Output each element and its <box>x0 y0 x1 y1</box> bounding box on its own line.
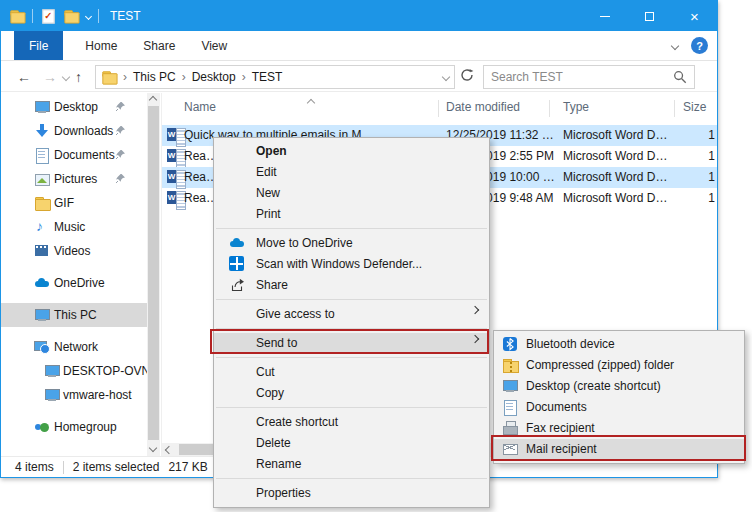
sidebar-item-network[interactable]: Network <box>1 335 147 359</box>
menu-item-give-access-to[interactable]: Give access to <box>214 304 489 325</box>
column-header-date-modified[interactable]: Date modified <box>446 100 520 114</box>
scroll-left-icon[interactable] <box>165 446 173 454</box>
sidebar-item-gif[interactable]: GIF <box>1 191 147 215</box>
search-box[interactable] <box>483 65 695 89</box>
column-header-type[interactable]: Type <box>563 100 589 114</box>
submenu-item-desktop-create-shortcut[interactable]: Desktop (create shortcut) <box>494 376 744 397</box>
sidebar-item-this-pc[interactable]: This PC <box>1 303 147 327</box>
refresh-icon <box>460 68 474 82</box>
scroll-up-icon[interactable] <box>149 96 157 104</box>
menu-item-cut[interactable]: Cut <box>214 362 489 383</box>
qat-customize-chevron-icon[interactable] <box>85 12 92 19</box>
menu-separator <box>216 407 487 408</box>
column-header-name[interactable]: Name <box>184 100 216 114</box>
submenu-item-bluetooth-device[interactable]: Bluetooth device <box>494 334 744 355</box>
caption-buttons: × <box>582 1 717 31</box>
submenu-item-mail-recipient[interactable]: Mail recipient <box>494 439 744 460</box>
word-document-icon <box>167 148 183 164</box>
mail-envelope-icon <box>502 441 518 457</box>
breadcrumb-this-pc[interactable]: This PC <box>133 70 176 84</box>
menu-item-print[interactable]: Print <box>214 204 489 225</box>
desktop-icon <box>34 99 50 115</box>
menu-item-new[interactable]: New <box>214 183 489 204</box>
fax-icon <box>502 420 518 436</box>
defender-icon <box>229 256 244 271</box>
sidebar-item-onedrive[interactable]: OneDrive <box>1 271 147 295</box>
window-title: TEST <box>110 9 141 23</box>
column-divider[interactable] <box>438 100 439 117</box>
sidebar-item-vmware-host[interactable]: vmware-host <box>1 383 147 407</box>
sidebar-item-homegroup[interactable]: Homegroup <box>1 415 147 439</box>
scrollbar-thumb[interactable] <box>148 106 159 440</box>
sidebar-gap <box>1 327 147 335</box>
qat-properties-icon[interactable] <box>40 8 55 23</box>
menu-item-move-to-onedrive[interactable]: Move to OneDrive <box>214 233 489 254</box>
sidebar-item-documents[interactable]: Documents <box>1 143 147 167</box>
sidebar-item-desktop-ovnr[interactable]: DESKTOP-OVNR <box>1 359 147 383</box>
menu-item-rename[interactable]: Rename <box>214 454 489 475</box>
minimize-button[interactable] <box>582 1 627 31</box>
breadcrumb-test[interactable]: TEST <box>252 70 283 84</box>
menu-item-send-to[interactable]: Send to <box>214 333 489 354</box>
menu-separator <box>216 478 487 479</box>
maximize-button[interactable] <box>627 1 672 31</box>
refresh-button[interactable] <box>460 68 474 85</box>
folder-icon <box>34 195 50 211</box>
menu-item-copy[interactable]: Copy <box>214 383 489 404</box>
menu-item-create-shortcut[interactable]: Create shortcut <box>214 412 489 433</box>
column-headers: Name Date modified Type Size <box>162 93 717 120</box>
qat-new-folder-icon[interactable] <box>63 8 78 23</box>
address-dropdown-chevron-icon[interactable] <box>442 72 450 80</box>
tab-home[interactable]: Home <box>72 31 130 60</box>
tab-share[interactable]: Share <box>130 31 188 60</box>
menu-item-scan-with-windows-defender[interactable]: Scan with Windows Defender... <box>214 254 489 275</box>
search-icon[interactable] <box>673 70 687 84</box>
up-button[interactable]: ↑ <box>75 69 82 85</box>
document-page-icon <box>502 399 518 415</box>
sidebar-item-pictures[interactable]: Pictures <box>1 167 147 191</box>
forward-button[interactable]: → <box>43 69 57 85</box>
ribbon-tab-bar: File Home Share View ? <box>1 31 717 61</box>
column-header-size[interactable]: Size <box>683 100 706 114</box>
expand-ribbon-chevron-icon[interactable] <box>671 41 679 49</box>
back-button[interactable]: ← <box>17 69 31 85</box>
tab-view[interactable]: View <box>188 31 240 60</box>
column-divider[interactable] <box>674 100 675 117</box>
sidebar-gap <box>1 263 147 271</box>
scroll-down-icon[interactable] <box>149 444 157 452</box>
menu-item-edit[interactable]: Edit <box>214 162 489 183</box>
sidebar-item-music[interactable]: Music <box>1 215 147 239</box>
submenu-arrow-icon <box>471 335 479 343</box>
column-divider[interactable] <box>549 100 550 117</box>
submenu-item-documents[interactable]: Documents <box>494 397 744 418</box>
sidebar-item-downloads[interactable]: Downloads <box>1 119 147 143</box>
document-page-icon <box>34 147 50 163</box>
navigation-pane: Desktop Downloads Documents Pictures GIF <box>1 93 147 456</box>
menu-item-properties[interactable]: Properties <box>214 483 489 504</box>
breadcrumb-desktop[interactable]: Desktop <box>192 70 236 84</box>
menu-item-open[interactable]: Open <box>214 141 489 162</box>
share-icon <box>229 277 245 293</box>
close-button[interactable]: × <box>672 1 717 31</box>
submenu-item-compressed-zipped-folder[interactable]: Compressed (zipped) folder <box>494 355 744 376</box>
help-icon[interactable]: ? <box>691 37 708 54</box>
word-document-icon <box>167 190 183 206</box>
desktop-icon <box>502 378 518 394</box>
onedrive-cloud-icon <box>34 275 50 291</box>
address-bar[interactable]: › This PC › Desktop › TEST <box>95 65 455 89</box>
menu-separator <box>216 228 487 229</box>
word-document-icon <box>167 127 183 143</box>
menu-item-share[interactable]: Share <box>214 275 489 296</box>
word-document-icon <box>167 169 183 185</box>
network-icon <box>34 339 50 355</box>
sidebar-scrollbar[interactable] <box>147 93 160 456</box>
menu-item-delete[interactable]: Delete <box>214 433 489 454</box>
search-input[interactable] <box>491 70 673 84</box>
recent-locations-chevron-icon[interactable] <box>62 72 70 80</box>
submenu-item-fax-recipient[interactable]: Fax recipient <box>494 418 744 439</box>
tab-file[interactable]: File <box>14 31 63 60</box>
sidebar-item-desktop[interactable]: Desktop <box>1 95 147 119</box>
sidebar-item-videos[interactable]: Videos <box>1 239 147 263</box>
pin-icon <box>115 101 126 112</box>
film-icon <box>34 243 50 259</box>
